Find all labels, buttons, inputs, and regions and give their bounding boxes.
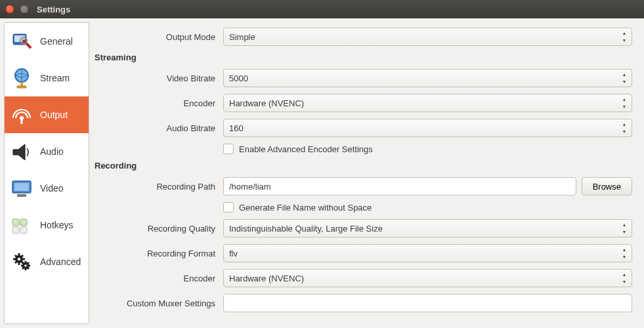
- output-mode-label: Output Mode: [92, 32, 223, 42]
- recording-quality-label: Recording Quality: [92, 224, 223, 234]
- muxer-input[interactable]: [223, 294, 632, 312]
- window-title: Settings: [37, 5, 70, 14]
- audio-bitrate-label: Audio Bitrate: [92, 123, 223, 133]
- sidebar-item-output[interactable]: Output: [5, 96, 89, 133]
- general-icon: [10, 30, 33, 53]
- svg-rect-12: [20, 219, 27, 226]
- sidebar-item-audio[interactable]: Audio: [5, 133, 89, 170]
- content: General Stream: [0, 18, 644, 328]
- stepper-icon: ▲▼: [619, 30, 630, 44]
- sidebar: General Stream: [4, 22, 89, 324]
- stepper-icon: ▲▼: [619, 96, 630, 110]
- video-icon: [10, 176, 33, 200]
- stepper-icon: ▲▼: [619, 71, 630, 85]
- streaming-section: Streaming: [95, 52, 632, 62]
- sidebar-item-video[interactable]: Video: [5, 170, 89, 207]
- output-mode-value: Simple: [229, 32, 255, 42]
- titlebar: Settings: [0, 0, 644, 18]
- svg-rect-14: [20, 227, 27, 234]
- no-space-checkbox-label: Generate File Name without Space: [239, 203, 372, 213]
- advanced-encoder-checkbox-label: Enable Advanced Encoder Settings: [239, 144, 373, 154]
- stepper-icon: ▲▼: [619, 271, 630, 285]
- muxer-label: Custom Muxer Settings: [92, 298, 223, 308]
- recording-path-input[interactable]: [223, 177, 576, 195]
- recording-path-label: Recording Path: [92, 182, 223, 192]
- sidebar-item-stream[interactable]: Stream: [5, 60, 89, 96]
- recording-quality-value: Indistinguishable Quality, Large File Si…: [229, 224, 383, 234]
- streaming-encoder-select[interactable]: Hardware (NVENC) ▲▼: [223, 94, 632, 112]
- output-mode-select[interactable]: Simple ▲▼: [223, 28, 632, 46]
- recording-encoder-value: Hardware (NVENC): [229, 274, 304, 283]
- audio-bitrate-select[interactable]: 160 ▲▼: [223, 119, 632, 137]
- sidebar-item-label: Audio: [40, 146, 64, 157]
- svg-rect-11: [12, 219, 19, 226]
- audio-bitrate-value: 160: [229, 123, 244, 133]
- advanced-encoder-checkbox[interactable]: [223, 144, 234, 154]
- stepper-icon: ▲▼: [619, 246, 630, 260]
- streaming-encoder-label: Encoder: [92, 98, 223, 108]
- sidebar-item-label: Output: [40, 110, 68, 120]
- recording-format-label: Recording Format: [92, 249, 223, 258]
- recording-encoder-label: Encoder: [92, 274, 223, 283]
- sidebar-item-label: Advanced: [40, 256, 81, 267]
- svg-rect-10: [17, 194, 26, 197]
- video-bitrate-value: 5000: [229, 73, 248, 83]
- stepper-icon: ▲▼: [619, 121, 630, 135]
- svg-point-26: [24, 264, 27, 267]
- sidebar-item-label: Video: [40, 183, 64, 194]
- advanced-icon: [10, 250, 33, 274]
- sidebar-item-hotkeys[interactable]: Hotkeys: [5, 207, 89, 243]
- minimize-icon[interactable]: [20, 5, 29, 14]
- no-space-checkbox[interactable]: [223, 202, 234, 213]
- svg-point-25: [18, 258, 20, 260]
- stepper-icon: ▲▼: [619, 221, 630, 236]
- recording-format-value: flv: [229, 249, 238, 258]
- svg-rect-9: [14, 183, 29, 191]
- recording-encoder-select[interactable]: Hardware (NVENC) ▲▼: [223, 269, 632, 287]
- sidebar-item-general[interactable]: General: [5, 23, 89, 60]
- hotkeys-icon: [10, 213, 33, 237]
- sidebar-item-label: General: [40, 36, 73, 47]
- output-icon: [10, 103, 33, 127]
- video-bitrate-label: Video Bitrate: [92, 73, 223, 83]
- video-bitrate-input[interactable]: 5000 ▲▼: [223, 69, 632, 87]
- recording-quality-select[interactable]: Indistinguishable Quality, Large File Si…: [223, 219, 632, 237]
- stream-icon: [10, 66, 33, 90]
- sidebar-item-label: Stream: [40, 73, 70, 83]
- close-icon[interactable]: [5, 5, 14, 14]
- main-panel: Output Mode Simple ▲▼ Streaming Video Bi…: [92, 22, 640, 324]
- svg-rect-5: [17, 86, 26, 88]
- audio-icon: [10, 140, 33, 163]
- recording-section: Recording: [95, 161, 632, 171]
- sidebar-item-label: Hotkeys: [40, 220, 74, 230]
- svg-rect-4: [20, 82, 23, 86]
- svg-rect-13: [12, 227, 19, 234]
- svg-rect-7: [21, 118, 23, 124]
- sidebar-item-advanced[interactable]: Advanced: [5, 243, 89, 280]
- browse-button[interactable]: Browse: [582, 177, 632, 195]
- recording-format-select[interactable]: flv ▲▼: [223, 244, 632, 262]
- streaming-encoder-value: Hardware (NVENC): [229, 98, 304, 108]
